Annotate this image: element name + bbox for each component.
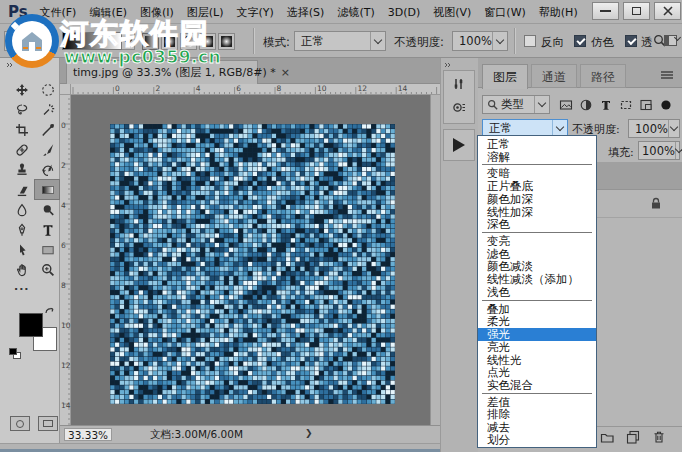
blend-option-强光[interactable]: 强光 (478, 328, 596, 341)
crop-icon (15, 123, 29, 137)
folder-button[interactable] (594, 429, 620, 445)
crop-tool[interactable] (10, 121, 34, 139)
menu-4[interactable]: 文字(Y) (230, 5, 280, 20)
rectangle-tool[interactable] (36, 241, 60, 259)
horizontal-ruler (71, 84, 440, 95)
blend-option-变亮[interactable]: 变亮 (478, 235, 596, 248)
brush-tool[interactable] (36, 141, 60, 159)
smart-object-filter-icon[interactable] (636, 95, 656, 114)
blend-option-实色混合[interactable]: 实色混合 (478, 379, 596, 392)
layer-filter-select[interactable]: 类型 (482, 95, 550, 114)
blend-mode-value: 正常 (489, 121, 512, 136)
filter-label: 类型 (501, 97, 524, 112)
gradient-tool[interactable] (36, 181, 60, 199)
menu-7[interactable]: 3D(D) (381, 6, 427, 19)
rectangle-icon (41, 243, 55, 257)
transparency-label: 透 (641, 35, 653, 50)
pen-tool[interactable] (10, 221, 34, 239)
lock-icon (650, 197, 662, 210)
swap-colors-icon[interactable] (44, 306, 56, 318)
zoom-field[interactable]: 33.33% (64, 428, 112, 441)
menu-9[interactable]: 窗口(W) (478, 5, 532, 20)
fill-select[interactable]: 100% (638, 141, 680, 160)
zoom-icon (41, 263, 55, 277)
healing-brush-tool[interactable] (10, 141, 34, 159)
vruler-num: 10 (61, 321, 71, 330)
blend-option-溶解[interactable]: 溶解 (478, 151, 596, 164)
panel-menu-icon[interactable] (660, 70, 674, 80)
zoom-tool[interactable] (36, 261, 60, 279)
eyedropper-tool[interactable] (36, 121, 60, 139)
new-layer-button[interactable] (620, 429, 646, 445)
edit-toolbar-button[interactable]: ··· (14, 283, 30, 296)
status-arrow[interactable]: ❯ (305, 428, 313, 438)
delete-button[interactable] (646, 429, 672, 445)
hand-tool[interactable] (10, 261, 34, 279)
minimize-button[interactable] (592, 2, 619, 20)
tab-close-icon[interactable]: × (281, 66, 290, 79)
toolbar-collapse-icon[interactable] (6, 62, 16, 68)
mode-select[interactable]: 正常 (294, 31, 386, 51)
blend-option-颜色加深[interactable]: 颜色加深 (478, 193, 596, 206)
dodge-tool[interactable] (36, 201, 60, 219)
transparency-checkbox[interactable] (625, 35, 637, 47)
tab-channels-label: 通道 (542, 70, 566, 84)
vruler-num: 14 (61, 401, 71, 410)
healing-brush-icon (15, 143, 29, 157)
quick-mask-button[interactable] (10, 416, 30, 431)
clone-stamp-tool[interactable] (10, 161, 34, 179)
lasso-tool[interactable] (10, 101, 34, 119)
blur-tool[interactable] (10, 201, 34, 219)
blend-option-亮光[interactable]: 亮光 (478, 341, 596, 354)
move-tool[interactable] (10, 81, 34, 99)
history-brush-tool[interactable] (36, 161, 60, 179)
pixel-filter-icon[interactable] (556, 95, 576, 114)
blend-option-线性减淡（添加）[interactable]: 线性减淡（添加） (478, 273, 596, 286)
tab-channels[interactable]: 通道 (531, 64, 577, 88)
eraser-tool[interactable] (10, 181, 34, 199)
close-icon (663, 6, 673, 16)
type-filter-icon[interactable] (596, 95, 616, 114)
type-tool[interactable] (36, 221, 60, 239)
strip-collapse-icon[interactable] (444, 62, 454, 68)
blend-option-减去[interactable]: 减去 (478, 421, 596, 434)
shape-filter-icon[interactable] (616, 95, 636, 114)
reverse-label: 反向 (541, 35, 564, 50)
path-select-tool[interactable] (10, 241, 34, 259)
panel-icon-1[interactable] (450, 76, 468, 92)
document-image[interactable] (110, 124, 395, 404)
menu-5[interactable]: 选择(S) (280, 5, 331, 20)
pen-icon (15, 223, 29, 237)
blend-option-正常[interactable]: 正常 (478, 138, 596, 151)
blend-option-深色[interactable]: 深色 (478, 218, 596, 231)
default-colors-icon[interactable] (9, 348, 22, 359)
hruler-num: 6 (236, 84, 241, 93)
opacity-value: 100% (459, 34, 492, 48)
adjustment-filter-icon[interactable] (576, 95, 596, 114)
tab-paths[interactable]: 路径 (580, 64, 626, 88)
tab-layers[interactable]: 图层 (482, 64, 528, 89)
close-button[interactable] (654, 2, 681, 20)
magic-wand-tool[interactable] (36, 101, 60, 119)
maximize-button[interactable] (623, 2, 650, 20)
foreground-color-swatch[interactable] (19, 313, 43, 337)
reverse-checkbox[interactable] (524, 35, 536, 47)
panel-icon-2[interactable] (450, 100, 468, 116)
vruler-num: 6 (61, 241, 66, 250)
filter-toggle-icon[interactable] (656, 95, 676, 114)
opacity-select[interactable]: 100% (452, 31, 508, 51)
layer-opacity-select[interactable]: 100% (628, 119, 680, 138)
canvas-scrollbar[interactable] (430, 95, 440, 425)
blend-option-划分[interactable]: 划分 (478, 434, 596, 447)
vertical-ruler (60, 95, 71, 425)
screen-mode-button[interactable] (38, 416, 58, 431)
menu-10[interactable]: 帮助(H) (532, 5, 584, 20)
blend-option-正片叠底[interactable]: 正片叠底 (478, 180, 596, 193)
dither-checkbox[interactable] (574, 35, 586, 47)
blur-icon (15, 203, 29, 217)
menu-6[interactable]: 滤镜(T) (331, 5, 381, 20)
marquee-tool[interactable] (36, 81, 60, 99)
actions-panel-icon[interactable] (453, 138, 465, 152)
menu-8[interactable]: 视图(V) (427, 5, 478, 20)
blend-option-浅色[interactable]: 浅色 (478, 286, 596, 299)
